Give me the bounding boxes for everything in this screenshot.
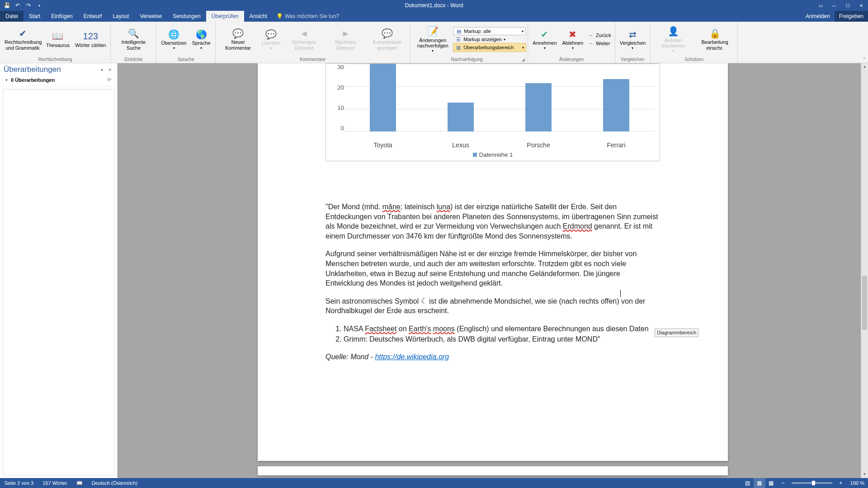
- list-item[interactable]: NASA Factsheet on Earth's moons (Englisc…: [344, 324, 660, 334]
- status-page[interactable]: Seite 2 von 3: [0, 478, 38, 488]
- quick-access-toolbar: 💾 ↶ ↷ ▾: [0, 1, 44, 10]
- window-title: Dokument1.docx - Word: [405, 2, 463, 9]
- prev-comment-button[interactable]: ◄Vorheriges Element: [283, 23, 325, 56]
- thesaurus-button[interactable]: 📖Thesaurus: [43, 23, 72, 56]
- legend-series: Datenreihe 1: [479, 151, 513, 158]
- scroll-up-icon[interactable]: ▲: [861, 63, 868, 70]
- wordcount-button[interactable]: 123Wörter zählen: [72, 23, 108, 56]
- show-markup-button[interactable]: ☰Markup anzeigen▾: [453, 35, 526, 43]
- wikipedia-link[interactable]: https://de.wikipedia.org: [375, 353, 449, 361]
- save-icon[interactable]: 💾: [2, 1, 12, 10]
- list-item[interactable]: Grimm: Deutsches Wörterbuch, als DWB dig…: [344, 334, 660, 344]
- chart-object[interactable]: 30 20 10 0 ToyotaLexusPorscheFerrari Dat…: [326, 63, 660, 161]
- language-button[interactable]: 🌎Sprache▾: [189, 23, 213, 56]
- markup-display-select[interactable]: ▤Markup: alle▾: [453, 27, 526, 35]
- tab-ueberpruefen[interactable]: Überprüfen: [206, 11, 244, 22]
- y-tick: 30: [338, 64, 344, 70]
- delete-comment-button[interactable]: 💬Löschen▾: [259, 23, 283, 56]
- document-area[interactable]: 30 20 10 0 ToyotaLexusPorscheFerrari Dat…: [118, 63, 868, 478]
- status-words[interactable]: 167 Wörter: [38, 478, 71, 488]
- spellcheck-squiggle[interactable]: Erdmond: [563, 222, 592, 230]
- x-tick: Porsche: [500, 141, 577, 149]
- chevron-down-icon: ▾: [504, 38, 505, 42]
- accept-button[interactable]: ✔Annehmen▾: [530, 23, 559, 56]
- tab-file[interactable]: Datei: [0, 11, 24, 22]
- restrict-editing-button[interactable]: 🔒Bearbeitung einschr.: [694, 23, 736, 56]
- vertical-scrollbar[interactable]: ▲ ▼: [861, 63, 868, 478]
- close-icon[interactable]: ✕: [854, 0, 868, 11]
- pane-close-icon[interactable]: ✕: [106, 66, 113, 73]
- signin-button[interactable]: Anmelden: [801, 11, 835, 22]
- status-language[interactable]: Deutsch (Österreich): [87, 478, 142, 488]
- translate-button[interactable]: 🌐Übersetzen▾: [158, 23, 189, 56]
- new-comment-button[interactable]: 💬Neuer Kommentar: [217, 23, 259, 56]
- tab-sendungen[interactable]: Sendungen: [167, 11, 206, 22]
- arrow-next-icon: ►: [341, 28, 350, 39]
- revisions-list[interactable]: [3, 89, 114, 475]
- tell-me-search[interactable]: 💡 Was möchten Sie tun?: [276, 11, 339, 22]
- spellcheck-squiggle[interactable]: mâne: [382, 203, 401, 211]
- revisions-pane-title: Überarbeitungen: [4, 65, 97, 74]
- tab-layout[interactable]: Layout: [107, 11, 134, 22]
- zoom-value[interactable]: 100 %: [847, 480, 868, 486]
- y-tick: 0: [341, 125, 344, 131]
- comment-plus-icon: 💬: [232, 28, 244, 39]
- list-icon: ☰: [455, 36, 462, 42]
- print-layout-icon[interactable]: ▦: [754, 478, 765, 488]
- qat-customize-icon[interactable]: ▾: [34, 1, 44, 10]
- minimize-icon[interactable]: —: [827, 0, 841, 11]
- zoom-slider[interactable]: [792, 482, 832, 484]
- tab-verweise[interactable]: Verweise: [134, 11, 167, 22]
- smartlookup-button[interactable]: 🔍Intelligente Suche: [113, 23, 154, 56]
- pane-icon: ▥: [455, 44, 462, 51]
- next-button[interactable]: →Weiter: [586, 39, 613, 47]
- x-icon: ✖: [569, 28, 576, 40]
- web-layout-icon[interactable]: ▩: [765, 478, 777, 488]
- redo-icon[interactable]: ↷: [24, 1, 33, 10]
- paragraph[interactable]: "Der Mond (mhd. mâne; lateinisch luna) i…: [326, 202, 660, 241]
- scroll-thumb[interactable]: [862, 276, 867, 330]
- zoom-in-icon[interactable]: +: [835, 478, 847, 488]
- block-authors-button[interactable]: 👤Autoren blockieren▾: [652, 23, 694, 56]
- zoom-out-icon[interactable]: −: [777, 478, 789, 488]
- tab-start[interactable]: Start: [24, 11, 46, 22]
- paragraph[interactable]: Sein astronomisches Symbol ☾ ist die abn…: [326, 296, 660, 316]
- paragraph[interactable]: Aufgrund seiner verhältnismäßigen Nähe i…: [326, 249, 660, 288]
- spellcheck-squiggle[interactable]: luna: [437, 203, 450, 211]
- ribbon-display-options-icon[interactable]: ▭: [814, 0, 827, 11]
- group-label: Vergleichen: [617, 56, 649, 63]
- source-line[interactable]: Quelle: Mond - https://de.wikipedia.org: [326, 352, 660, 362]
- undo-icon[interactable]: ↶: [13, 1, 23, 10]
- reject-button[interactable]: ✖Ablehnen▾: [560, 23, 586, 56]
- status-proofing-icon[interactable]: 📖: [72, 478, 87, 488]
- group-language: 🌐Übersetzen▾ 🌎Sprache▾ Sprache: [156, 22, 215, 63]
- track-changes-button[interactable]: 📝Änderungen nachverfolgen▾: [412, 23, 453, 56]
- tab-ansicht[interactable]: Ansicht: [244, 11, 273, 22]
- show-comments-button[interactable]: 💬Kommentare anzeigen: [366, 23, 408, 56]
- next-comment-button[interactable]: ►Nächstes Element: [325, 23, 366, 56]
- tab-einfuegen[interactable]: Einfügen: [46, 11, 78, 22]
- back-button[interactable]: ←Zurück: [586, 31, 613, 39]
- reviewing-pane-button[interactable]: ▥Überarbeitungsbereich▾: [453, 43, 526, 52]
- zoom-thumb[interactable]: [812, 481, 815, 485]
- group-insights: 🔍Intelligente Suche Einblicke: [111, 22, 156, 63]
- dialog-launcher-icon[interactable]: ◢: [522, 57, 526, 63]
- group-label: Nachverfolgung: [412, 56, 522, 63]
- refresh-icon[interactable]: ⟳: [107, 77, 113, 83]
- numbered-list[interactable]: NASA Factsheet on Earth's moons (Englisc…: [326, 324, 660, 344]
- group-label: Änderungen: [530, 56, 613, 63]
- read-mode-icon[interactable]: ▤: [742, 478, 754, 488]
- ribbon-tabs: Datei Start Einfügen Entwurf Layout Verw…: [0, 11, 868, 22]
- scroll-down-icon[interactable]: ▼: [861, 471, 868, 478]
- document-page[interactable]: 30 20 10 0 ToyotaLexusPorscheFerrari Dat…: [258, 63, 728, 461]
- spelling-button[interactable]: ✔Rechtschreibung und Grammatik: [2, 23, 43, 56]
- pane-options-icon[interactable]: ▾: [98, 66, 105, 73]
- collapse-ribbon-icon[interactable]: ˄: [863, 57, 865, 62]
- tab-entwurf[interactable]: Entwurf: [78, 11, 108, 22]
- maximize-icon[interactable]: ☐: [841, 0, 854, 11]
- document-body[interactable]: "Der Mond (mhd. mâne; lateinisch luna) i…: [326, 202, 660, 362]
- compare-button[interactable]: ⇄Vergleichen▾: [617, 23, 649, 56]
- comments-list-icon: 💬: [382, 28, 393, 39]
- share-button[interactable]: Freigeben: [835, 11, 868, 22]
- chevron-down-icon[interactable]: ▾: [4, 77, 9, 83]
